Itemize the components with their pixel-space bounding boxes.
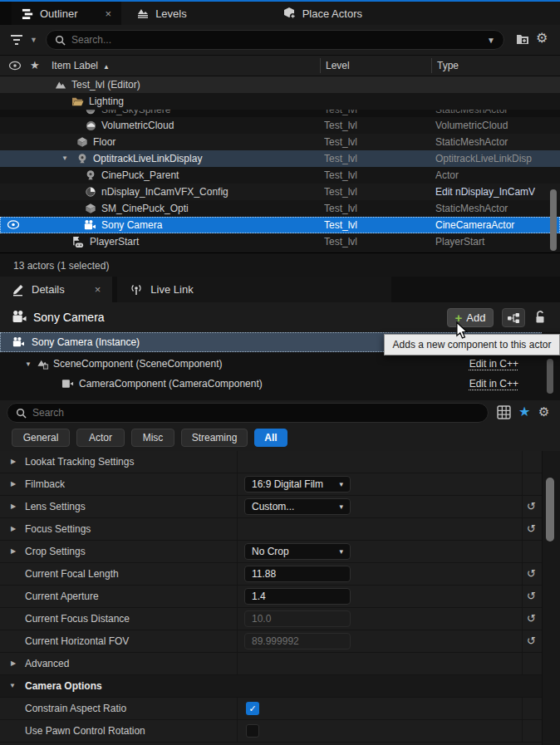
table-row-sm-skysphere[interactable]: SM_SkySphere Test_lvl StaticMeshActor [0,110,560,117]
table-row-sm-cinepuck-opti[interactable]: SM_CinePuck_Opti Test_lvl StaticMeshActo… [0,200,560,217]
reset-column [522,541,542,562]
reset-column: ↺ [522,563,542,585]
details-scrollbar[interactable] [546,478,554,542]
focal-length-field[interactable]: 11.88 [244,566,351,582]
tab-outliner[interactable]: Outliner × [12,2,121,25]
details-tab-bar: Details × Live Link [0,277,560,302]
convert-to-blueprint-button[interactable] [502,308,525,327]
collapsed-arrow-icon[interactable]: ▶ [11,458,16,465]
table-row-ndisplay-config[interactable]: nDisplay_InCamVFX_Config Test_lvl Edit n… [0,184,560,200]
collapsed-arrow-icon[interactable]: ▶ [11,659,16,667]
reset-icon[interactable]: ↺ [527,500,536,512]
component-row-cameracomponent[interactable]: CameraComponent (CameraComponent) Edit i… [0,374,548,394]
collapsed-arrow-icon[interactable]: ▶ [11,480,16,488]
outliner-search-box[interactable]: ▼ [46,30,504,50]
tab-live-link[interactable]: Live Link [117,277,391,302]
display-options-icon[interactable] [497,405,511,419]
property-row-use-pawn-control-rotation[interactable]: Use Pawn Control Rotation [0,720,560,743]
edit-in-cpp-link[interactable]: Edit in C++ [469,358,518,370]
close-icon[interactable]: × [106,7,112,20]
table-row-volumetriccloud[interactable]: VolumetricCloud Test_lvl VolumetricCloud [0,117,560,134]
property-row-current-horizontal-fov[interactable]: Current Horizontal FOV 89.999992 ↺ [0,630,560,653]
property-row-lookat-tracking[interactable]: ▶Lookat Tracking Settings [0,451,560,473]
property-row-focus-settings[interactable]: ▶Focus Settings ↺ [0,518,560,541]
property-row-constrain-aspect-ratio[interactable]: Constrain Aspect Ratio ✓ [0,698,560,720]
filter-misc[interactable]: Misc [131,429,174,447]
eye-icon[interactable] [7,219,20,230]
details-search-input[interactable] [32,407,479,419]
collapsed-arrow-icon[interactable]: ▶ [11,525,16,532]
tab-details[interactable]: Details × [0,277,112,302]
column-level[interactable]: Level [326,60,350,71]
property-row-crop-settings[interactable]: ▶Crop Settings No Crop▾ [0,541,560,563]
property-row-lens-settings[interactable]: ▶Lens Settings Custom...▾ ↺ [0,496,560,518]
filter-all[interactable]: All [254,429,287,447]
component-scrollbar[interactable] [547,359,553,394]
expand-arrow-icon[interactable]: ▼ [25,360,32,368]
table-row-lighting[interactable]: Lighting [0,93,560,110]
gear-icon[interactable]: ⚙ [536,30,548,46]
table-row-sony-camera[interactable]: Sony Camera Test_lvl CineCameraActor [0,217,560,233]
outliner-search-input[interactable] [71,34,481,46]
property-row-current-focus-distance[interactable]: Current Focus Distance 10.0 ↺ [0,608,560,630]
chevron-down-icon: ▾ [339,547,343,556]
filter-icon[interactable] [10,34,25,46]
edit-ndisplay-link[interactable]: Edit nDisplay_InCamV [435,186,545,198]
aperture-field[interactable]: 1.4 [244,588,351,605]
expanded-arrow-icon[interactable]: ▼ [9,682,16,689]
tab-levels[interactable]: Levels [126,2,197,25]
unlock-icon[interactable] [533,310,547,324]
property-row-filmback[interactable]: ▶Filmback 16:9 Digital Film▾ [0,473,560,496]
details-icon [12,283,25,297]
table-row-test-lvl[interactable]: Test_lvl (Editor) [0,76,560,93]
table-row-optitracklivelinkdisplay[interactable]: ▼ OptitrackLiveLinkDisplay Test_lvl Opti… [0,150,560,167]
collapsed-arrow-icon[interactable]: ▶ [11,502,16,510]
tab-place-actors[interactable]: Place Actors [273,2,372,25]
new-folder-icon[interactable] [515,32,530,47]
add-button-label: Add [466,311,485,324]
column-divider[interactable] [431,58,432,73]
column-divider[interactable] [320,58,321,73]
expand-arrow-icon[interactable]: ▼ [61,154,68,162]
chevron-down-icon[interactable]: ▼ [487,36,495,45]
category-row-camera-options[interactable]: ▼ Camera Options [0,675,560,698]
details-search-box[interactable] [7,403,489,423]
gear-icon[interactable]: ⚙ [538,404,549,419]
favorite-column-star-icon[interactable]: ★ [30,59,40,71]
lens-dropdown[interactable]: Custom...▾ [244,498,351,515]
mouse-cursor [455,321,469,340]
crop-dropdown[interactable]: No Crop▾ [244,543,351,560]
table-row-floor[interactable]: Floor Test_lvl StaticMeshActor [0,134,560,150]
reset-icon[interactable]: ↺ [527,635,536,647]
visibility-column-eye-icon[interactable] [8,61,22,71]
filter-actor[interactable]: Actor [76,429,125,447]
use-pawn-control-rotation-checkbox[interactable] [246,724,259,738]
filter-general[interactable]: General [12,429,70,447]
property-value-cell: No Crop▾ [238,541,522,562]
reset-icon[interactable]: ↺ [527,612,536,625]
collapsed-arrow-icon[interactable]: ▶ [11,547,16,555]
edit-in-cpp-link[interactable]: Edit in C++ [469,378,518,390]
chevron-down-icon[interactable]: ▼ [30,36,37,44]
property-row-current-focal-length[interactable]: Current Focal Length 11.88 ↺ [0,563,560,586]
close-icon[interactable]: × [95,283,101,296]
table-row-playerstart[interactable]: PlayerStart Test_lvl PlayerStart [0,233,560,250]
constrain-aspect-ratio-checkbox[interactable]: ✓ [246,702,259,715]
add-component-button[interactable]: + Add [447,308,494,327]
tab-label: Details [32,283,65,296]
property-row-current-aperture[interactable]: Current Aperture 1.4 ↺ [0,586,560,608]
favorites-star-icon[interactable]: ★ [518,404,530,419]
reset-column [522,451,542,473]
filter-streaming[interactable]: Streaming [181,429,248,447]
reset-icon[interactable]: ↺ [527,522,536,535]
reset-icon[interactable]: ↺ [527,567,536,580]
reset-icon[interactable]: ↺ [527,590,536,602]
column-type[interactable]: Type [437,60,459,71]
table-row-cinepuck-parent[interactable]: CinePuck_Parent Test_lvl Actor [0,167,560,184]
property-row-advanced[interactable]: ▶Advanced [0,653,560,675]
outliner-scrollbar[interactable] [550,189,557,251]
column-item-label[interactable]: Item Label▲ [52,60,110,71]
property-name-cell: ▶Lookat Tracking Settings [0,451,238,473]
component-row-scenecomponent[interactable]: ▼ SceneComponent (SceneComponent) Edit i… [0,354,548,374]
filmback-dropdown[interactable]: 16:9 Digital Film▾ [244,476,351,493]
